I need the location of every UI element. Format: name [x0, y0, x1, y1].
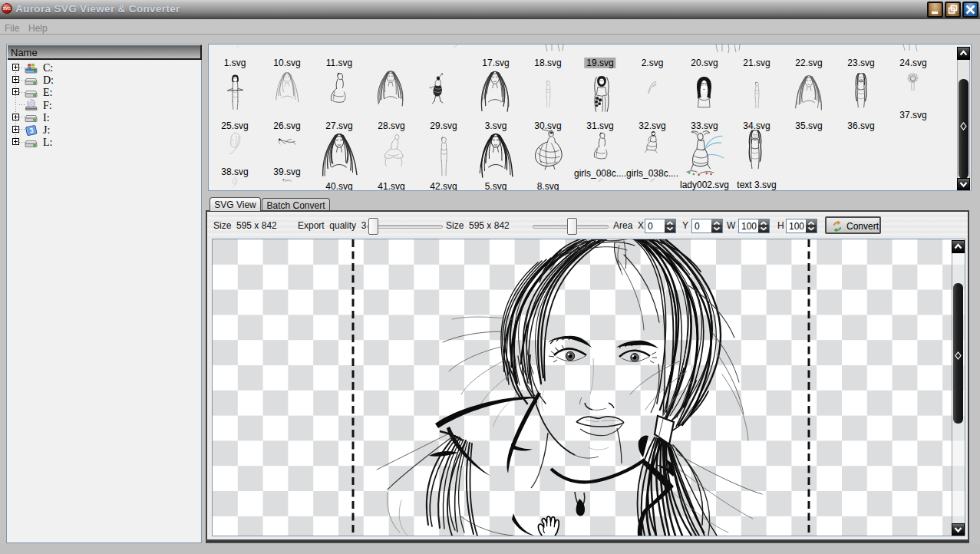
svg-text:SVG: SVG — [3, 7, 12, 11]
